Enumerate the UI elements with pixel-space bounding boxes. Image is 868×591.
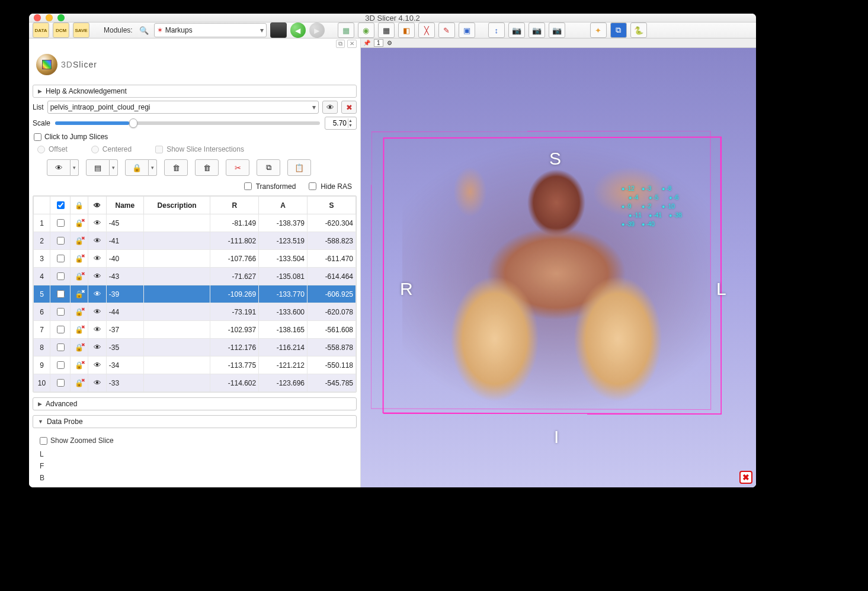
cell-r[interactable]: -71.627 <box>210 268 259 285</box>
nav-back-button[interactable]: ◄ <box>290 23 306 38</box>
cell-a[interactable]: -116.214 <box>259 339 308 356</box>
lock-icon[interactable]: 🔒 <box>75 255 84 263</box>
cell-a[interactable]: -133.600 <box>259 303 308 321</box>
scale-spinbox[interactable]: ▲▼ <box>325 117 357 130</box>
table-row[interactable]: 8🔒👁-35-112.176-116.214-558.878 <box>34 339 356 356</box>
centered-radio[interactable] <box>91 146 99 153</box>
cell-name[interactable]: -37 <box>106 321 143 339</box>
layout-cube-button[interactable]: ▦ <box>338 23 354 38</box>
panel-close-icon[interactable]: ✕ <box>347 40 357 48</box>
table-row[interactable]: 2🔒👁-41-111.802-123.519-588.823 <box>34 232 356 250</box>
scale-slider[interactable] <box>55 121 320 125</box>
eye-icon[interactable]: 👁 <box>94 378 101 387</box>
eye-icon[interactable]: 👁 <box>94 307 101 316</box>
help-ack-section[interactable]: ▶ Help & Acknowledgement <box>33 85 357 98</box>
show-intersections-checkbox[interactable] <box>155 146 163 153</box>
nav-forward-button[interactable]: ► <box>309 23 325 38</box>
view-options-icon[interactable]: ⚙ <box>387 40 392 46</box>
lock-tool[interactable]: 🔒 <box>125 159 149 176</box>
cell-s[interactable]: -620.304 <box>308 214 356 232</box>
scene-capture-icon[interactable]: 📷 <box>529 23 545 38</box>
copy-tool[interactable]: ⧉ <box>257 159 280 176</box>
cell-desc[interactable] <box>143 321 210 339</box>
list-visibility-button[interactable]: 👁 <box>322 101 338 114</box>
table-row[interactable]: 4🔒👁-43-71.627-135.081-614.464 <box>34 268 356 285</box>
fiducial-place-icon[interactable]: ✦ <box>590 23 607 38</box>
cell-r[interactable]: -112.176 <box>210 339 259 356</box>
hide-ras-checkbox[interactable] <box>309 182 316 190</box>
col-desc[interactable]: Description <box>143 197 210 214</box>
eye-icon[interactable]: 👁 <box>94 236 101 245</box>
cell-name[interactable]: -33 <box>106 374 143 392</box>
advanced-section[interactable]: ▶ Advanced <box>33 397 357 410</box>
cell-a[interactable]: -133.770 <box>259 285 308 303</box>
row-select-checkbox[interactable] <box>57 255 65 262</box>
cell-r[interactable]: -114.602 <box>210 374 259 392</box>
python-console-icon[interactable]: 🐍 <box>630 23 647 38</box>
delete-selected-tool[interactable]: 🗑 <box>164 159 188 176</box>
cell-a[interactable]: -133.504 <box>259 250 308 268</box>
cell-s[interactable]: -545.785 <box>308 374 356 392</box>
zoom-window-button[interactable] <box>57 14 65 21</box>
cell-desc[interactable] <box>143 339 210 356</box>
paste-tool[interactable]: 📋 <box>287 159 311 176</box>
cell-r[interactable]: -109.269 <box>210 285 259 303</box>
select-tool[interactable]: ▤ <box>86 159 110 176</box>
axes-icon[interactable]: ↕ <box>488 23 505 38</box>
cell-r[interactable]: -107.766 <box>210 250 259 268</box>
module-selector[interactable]: ✶ Markups ▾ <box>154 23 267 37</box>
cell-name[interactable]: -43 <box>106 268 143 285</box>
table-row[interactable]: 10🔒👁-33-114.602-123.696-545.785 <box>34 374 356 392</box>
row-select-checkbox[interactable] <box>57 343 65 351</box>
cell-desc[interactable] <box>143 374 210 392</box>
view-tab-number[interactable]: 1 <box>374 39 383 47</box>
cell-a[interactable]: -123.519 <box>259 232 308 250</box>
row-select-checkbox[interactable] <box>57 326 65 333</box>
slider-thumb[interactable] <box>129 118 137 128</box>
cell-a[interactable]: -123.696 <box>259 374 308 392</box>
pin-icon[interactable]: 📌 <box>363 40 370 46</box>
lock-icon[interactable]: 🔒 <box>75 361 84 370</box>
cell-r[interactable]: -111.802 <box>210 232 259 250</box>
cell-desc[interactable] <box>143 214 210 232</box>
show-zoomed-checkbox[interactable] <box>40 437 47 445</box>
click-jump-checkbox[interactable] <box>34 133 41 141</box>
table-row[interactable]: 6🔒👁-44-73.191-133.600-620.078 <box>34 303 356 321</box>
row-select-checkbox[interactable] <box>57 290 65 298</box>
lut-icon[interactable]: ◧ <box>398 23 415 38</box>
cell-s[interactable]: -561.608 <box>308 321 356 339</box>
lock-icon[interactable]: 🔒 <box>75 272 84 281</box>
eye-icon[interactable]: 👁 <box>94 290 101 298</box>
eye-icon[interactable]: 👁 <box>94 254 101 263</box>
save-button[interactable]: SAVE <box>73 23 89 38</box>
table-row[interactable]: 9🔒👁-34-113.775-121.212-550.118 <box>34 356 356 374</box>
select-all-checkbox[interactable] <box>57 201 65 209</box>
minimize-window-button[interactable] <box>46 14 53 21</box>
list-selector[interactable]: pelvis_intraop_point_cloud_regi ▾ <box>47 101 319 114</box>
cell-name[interactable]: -45 <box>106 214 143 232</box>
cell-name[interactable]: -34 <box>106 356 143 374</box>
search-module-icon[interactable]: 🔍 <box>137 24 150 37</box>
cell-desc[interactable] <box>143 250 210 268</box>
table-row[interactable]: 7🔒👁-37-102.937-138.165-561.608 <box>34 321 356 339</box>
cell-r[interactable]: -102.937 <box>210 321 259 339</box>
table-row[interactable]: 5🔒👁-39-109.269-133.770-606.925 <box>34 285 356 303</box>
load-dicom-button[interactable]: DCM <box>53 23 69 38</box>
lock-icon[interactable]: 🔒 <box>75 326 84 334</box>
cell-s[interactable]: -558.878 <box>308 339 356 356</box>
cell-desc[interactable] <box>143 356 210 374</box>
lock-icon[interactable]: 🔒 <box>75 308 84 316</box>
layout-sphere-button[interactable]: ◉ <box>358 23 374 38</box>
row-select-checkbox[interactable] <box>57 237 65 245</box>
cell-a[interactable]: -138.165 <box>259 321 308 339</box>
panel-detach-icon[interactable]: ⧉ <box>336 40 345 48</box>
eye-icon[interactable]: 👁 <box>94 219 101 227</box>
eye-icon[interactable]: 👁 <box>94 325 101 334</box>
visibility-tool[interactable]: 👁 <box>47 159 71 176</box>
grid-icon[interactable]: ▦ <box>378 23 395 38</box>
col-s[interactable]: S <box>308 197 356 214</box>
cell-s[interactable]: -588.823 <box>308 232 356 250</box>
col-a[interactable]: A <box>259 197 308 214</box>
cell-desc[interactable] <box>143 285 210 303</box>
lock-icon[interactable]: 🔒 <box>75 237 84 245</box>
